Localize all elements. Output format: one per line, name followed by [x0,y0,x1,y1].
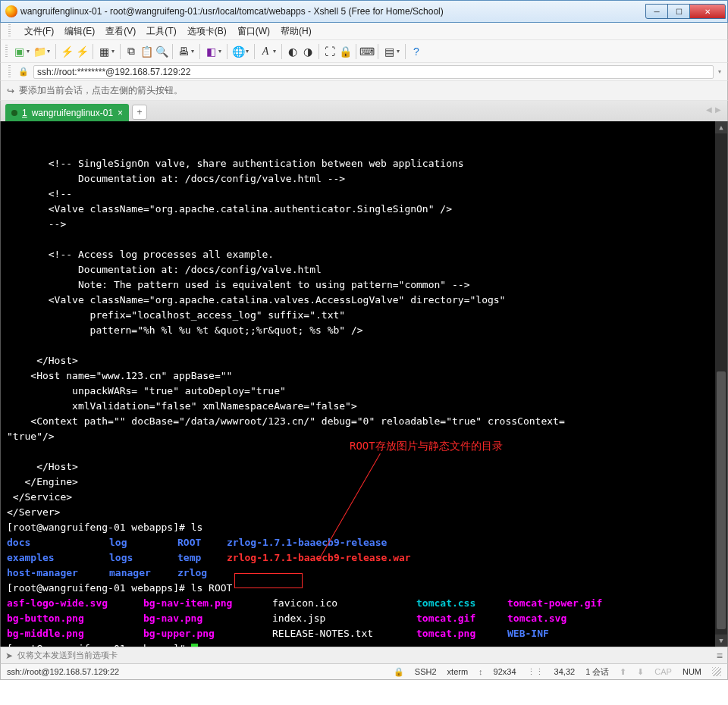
copy-icon[interactable]: ⧉ [124,45,138,58]
status-ssh: SSH2 [415,667,437,676]
keyboard-icon[interactable]: ⌨ [360,45,374,58]
address-input[interactable]: ssh://root:********@192.168.57.129:22 [33,65,714,79]
status-cursor: 34,32 [554,667,576,676]
sendbar-menu-icon[interactable]: ≡ [717,650,723,662]
find-icon[interactable]: 🔍 [155,45,168,58]
menu-edit[interactable]: 编辑(E) [64,25,95,38]
terminal-line: <Host name="www.123.cn" appBase="" [7,370,232,381]
terminal-line: <Valve className="org.apache.catalina.va… [7,294,505,306]
tab-label: wangruifenglinux-01 [32,108,113,118]
app-icon [5,5,17,17]
ls-item: WEB-INF [507,628,549,639]
ls-item: zrlog-1.7.1-baaecb9-release.war [227,552,411,563]
ls-item: tomcat.gif [416,611,507,626]
address-dropdown-icon[interactable]: ▾ [718,68,721,75]
print-icon[interactable]: 🖶 [177,45,190,58]
terminal-line: xmlValidation="false" xmlNamespaceAware=… [7,400,357,412]
status-term: xterm [447,667,469,676]
tab-close-icon[interactable]: × [118,108,123,118]
status-connection: ssh://root@192.168.57.129:22 [7,667,119,676]
new-session-icon[interactable]: ▣ [12,45,26,58]
terminal-prompt: [root@wangruifeng-01 webapps]# ls [7,522,202,533]
ls-item: ROOT [177,535,227,550]
terminal-line: Documentation at: /docs/config/valve.htm… [7,264,322,275]
paste-icon[interactable]: 📋 [140,45,153,58]
help-icon[interactable]: ? [410,45,423,58]
menu-help[interactable]: 帮助(H) [281,25,312,38]
fullscreen-icon[interactable]: ⛶ [323,45,337,58]
status-size: 92x34 [494,667,516,676]
size-icon: ↕ [479,667,483,676]
tip-arrow-icon[interactable]: ↪ [7,86,14,96]
menu-window[interactable]: 窗口(W) [237,25,270,38]
down-arrow-icon[interactable]: ⬇ [637,667,644,677]
ls-item: asf-logo-wide.svg [7,596,143,611]
ls-item: favicon.ico [272,596,416,611]
menubar: 文件(F) 编辑(E) 查看(V) 工具(T) 选项卡(B) 窗口(W) 帮助(… [0,23,728,39]
terminal-line: </Engine> [7,476,78,487]
ls-item: tomcat.png [416,626,507,641]
terminal-line: Note: The pattern used is equivalent to … [7,279,469,290]
ls-item: tomcat.svg [507,613,566,624]
lock-icon[interactable]: 🔒 [338,45,352,58]
annotation-box [234,573,303,588]
scrollbar-thumb[interactable] [717,371,726,629]
tip-bar: ↪ 要添加当前会话，点击左侧的箭头按钮。 [0,80,728,100]
terminal-prompt: [root@wangruifeng-01 webapps]# [7,643,191,647]
menu-tools[interactable]: 工具(T) [146,25,176,38]
window-maximize-button[interactable]: ☐ [667,4,690,19]
terminal-line: Documentation at: /docs/config/valve.htm… [7,173,345,184]
terminal-scrollbar[interactable]: ▲ ▼ [715,121,727,647]
terminal-line: prefix="localhost_access_log" suffix=".t… [7,309,345,321]
ls-item: logs [109,550,177,566]
ls-item: index.jsp [272,611,416,626]
ssh-icon: 🔒 [394,667,404,677]
layout-icon[interactable]: ▤ [382,45,396,58]
status-num: NUM [682,667,701,676]
terminal-line: <!-- Access log processes all example. [7,249,274,260]
window-minimize-button[interactable]: ─ [645,4,668,19]
ls-item: log [109,535,177,550]
terminal-line: <Valve className="org.apache.catalina.au… [7,203,452,215]
terminal-line: </Host> [7,355,78,366]
terminal-prompt: [root@wangruifeng-01 webapps]# ls ROOT [7,582,232,594]
send-arrow-icon[interactable]: ➤ [5,650,13,661]
disconnect-icon[interactable]: ⚡ [75,45,89,58]
tab-nav-arrows[interactable]: ◀▶ [706,105,721,114]
terminal[interactable]: <!-- SingleSignOn valve, share authentic… [0,121,728,647]
language-icon[interactable]: 🌐 [231,45,245,58]
menu-tab[interactable]: 选项卡(B) [187,25,227,38]
ls-item: tomcat.css [416,596,507,611]
toolbar-grip[interactable] [5,45,8,58]
ls-item: examples [7,550,109,566]
menu-view[interactable]: 查看(V) [105,25,136,38]
toolbar-grip[interactable] [8,65,11,79]
terminal-line: "true"/> [7,431,55,442]
resize-grip-icon[interactable] [712,667,721,676]
reconnect-icon[interactable]: ⚡ [60,45,74,58]
window-close-button[interactable]: ✕ [689,4,726,19]
properties-icon[interactable]: ▦ [97,45,111,58]
color-scheme-icon[interactable]: ◧ [204,45,218,58]
terminal-cursor [191,644,198,647]
toolbar-grip[interactable] [8,24,11,38]
scroll-up-icon[interactable]: ▲ [715,121,727,133]
session-tab-bar: 1 wangruifenglinux-01 × + ◀▶ [0,100,728,121]
font-icon[interactable]: A [259,45,272,58]
menu-file[interactable]: 文件(F) [24,25,54,38]
ls-item: bg-nav.png [143,611,272,626]
terminal-line: <!-- [7,188,72,199]
transfer-icon[interactable]: ◑ [301,45,315,58]
address-bar: 🔒 ssh://root:********@192.168.57.129:22 … [0,62,728,80]
annotation-text: ROOT存放图片与静态文件的目录 [350,438,503,453]
toolbar: ▣▾ 📁▾ ⚡ ⚡ ▦▾ ⧉ 📋 🔍 🖶▾ ◧▾ 🌐▾ A▾ ◐ ◑ ⛶ 🔒 ⌨… [0,39,728,62]
terminal-line: </Host> [7,461,78,472]
terminal-line: <!-- SingleSignOn valve, share authentic… [7,158,464,169]
open-session-icon[interactable]: 📁 [33,45,46,58]
session-tab-active[interactable]: 1 wangruifenglinux-01 × [5,104,129,121]
encoding-icon[interactable]: ◐ [286,45,300,58]
up-arrow-icon[interactable]: ⬆ [620,667,626,677]
send-input[interactable]: 仅将文本发送到当前选项卡 [17,650,712,661]
scroll-down-icon[interactable]: ▼ [715,634,727,647]
new-tab-button[interactable]: + [132,105,147,120]
